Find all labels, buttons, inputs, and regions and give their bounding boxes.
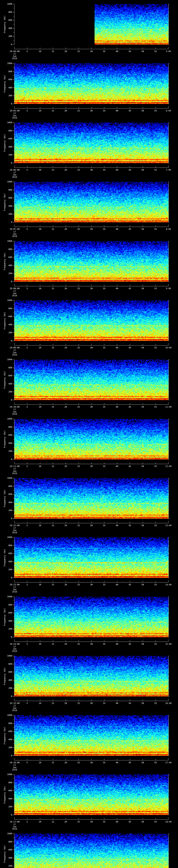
- y-tick-label: 800: [0, 485, 12, 487]
- spectrogram-plot-area: [14, 123, 169, 163]
- y-tick-label: 200: [0, 450, 12, 452]
- right-y-minor-tick: [169, 439, 169, 439]
- x-axis-endcap: [168, 224, 169, 227]
- right-y-minor-tick: [169, 541, 169, 541]
- x-tick-label: 35: [103, 406, 105, 408]
- x-tick-label: 50: [142, 524, 144, 527]
- x-axis-endcap: [14, 106, 14, 108]
- y-tick-label: 800: [0, 722, 12, 724]
- x-tick-label: 5: [26, 584, 28, 586]
- x-tick-label: 35: [103, 50, 105, 53]
- spectrogram-panel: Frequency (Hz)02004006008001000510152025…: [0, 656, 178, 715]
- x-tick-label: 5: [26, 169, 28, 171]
- y-minor-tick: [13, 380, 14, 380]
- y-tick: [13, 419, 14, 419]
- x-tick: [143, 107, 143, 108]
- x-end-time-label: 11:00: [165, 406, 172, 408]
- y-tick-label: 600: [0, 789, 12, 792]
- right-y-tick: [169, 502, 169, 503]
- y-tick-label: 200: [0, 95, 12, 97]
- x-start-time-label: 19:13:00: [9, 584, 20, 586]
- spectrogram-plot-area: [14, 241, 169, 282]
- right-y-tick: [169, 427, 169, 427]
- right-y-tick: [169, 672, 169, 672]
- y-tick: [13, 435, 14, 435]
- x-tick-label: 45: [129, 702, 131, 705]
- y-tick: [13, 672, 14, 672]
- x-axis-endcap: [14, 165, 14, 167]
- x-tick: [91, 225, 92, 227]
- right-y-minor-tick: [169, 143, 169, 143]
- x-tick: [155, 166, 156, 167]
- x-tick: [79, 759, 79, 760]
- x-start-time-label: 19:11:00: [9, 465, 20, 467]
- spectrogram-heatmap-canvas: [14, 715, 169, 756]
- y-tick: [13, 842, 14, 842]
- y-tick-label: 400: [0, 679, 12, 681]
- x-tick-label: 25: [77, 287, 80, 290]
- y-axis-line: [14, 419, 14, 460]
- x-tick-label: 20: [64, 821, 67, 823]
- x-tick: [117, 166, 117, 167]
- y-tick: [13, 384, 14, 384]
- x-start-time-label: 19:07:00: [9, 228, 20, 230]
- x-axis-endcap: [168, 165, 169, 167]
- right-y-tick: [169, 198, 169, 198]
- right-y-minor-tick: [169, 24, 169, 25]
- x-tick-label: 15: [52, 169, 54, 171]
- right-y-minor-tick: [169, 617, 169, 617]
- x-tick: [27, 166, 27, 167]
- x-axis-endcap: [168, 521, 169, 523]
- x-axis-line: [14, 108, 169, 108]
- x-tick-label: 5: [26, 643, 28, 645]
- x-tick-label: 10: [39, 287, 41, 290]
- x-tick: [91, 522, 92, 523]
- y-tick-label: 200: [0, 35, 12, 37]
- x-tick: [91, 48, 92, 49]
- x-tick-label: 20: [64, 643, 67, 645]
- x-tick-label: 10: [39, 50, 41, 53]
- x-tick-label: 35: [103, 465, 105, 467]
- x-tick: [155, 581, 156, 582]
- y-axis-line: [14, 360, 14, 400]
- x-tick-label: 30: [90, 584, 93, 586]
- y-tick-label: 400: [0, 265, 12, 267]
- x-axis-endcap: [14, 47, 14, 49]
- spectrogram-panel: Frequency (Hz)02004006008001000510152025…: [0, 834, 178, 868]
- x-tick-label: 30: [90, 406, 93, 408]
- x-tick-label: 40: [116, 287, 118, 290]
- x-tick-label: 20: [64, 406, 67, 408]
- x-end-time-label: 17:00: [165, 762, 172, 764]
- x-tick-label: 15: [52, 762, 54, 764]
- x-tick-label: 40: [116, 821, 118, 823]
- x-tick: [91, 403, 92, 404]
- y-axis-line: [14, 656, 14, 696]
- x-tick-label: 30: [90, 821, 93, 823]
- spectrogram-panel: Frequency (Hz)02004006008001000510152025…: [0, 419, 178, 478]
- x-tick-label: 50: [142, 50, 144, 53]
- x-tick: [79, 581, 79, 582]
- x-tick-label: 25: [77, 524, 80, 527]
- x-tick: [117, 107, 117, 108]
- spectrogram-plot-area: [14, 419, 169, 460]
- x-tick-label: 30: [90, 465, 93, 467]
- x-tick-label: 40: [116, 50, 118, 53]
- x-axis-line: [14, 286, 169, 286]
- x-tick-label: 40: [116, 406, 118, 408]
- x-tick-label: 50: [142, 821, 144, 823]
- right-y-tick: [169, 316, 169, 317]
- right-y-minor-tick: [169, 515, 169, 515]
- y-tick-label: 1000: [0, 714, 12, 716]
- x-tick: [27, 462, 27, 464]
- x-tick-label: 30: [90, 347, 93, 349]
- x-axis-line: [14, 404, 169, 405]
- y-tick-label: 800: [0, 426, 12, 428]
- y-tick: [13, 400, 14, 400]
- x-tick: [27, 285, 27, 286]
- right-y-tick: [169, 459, 169, 460]
- x-tick-label: 30: [90, 228, 93, 230]
- x-axis-endcap: [168, 47, 169, 49]
- right-y-tick: [169, 71, 169, 72]
- date-line: 2016: [12, 354, 17, 356]
- x-tick-label: 30: [90, 524, 93, 527]
